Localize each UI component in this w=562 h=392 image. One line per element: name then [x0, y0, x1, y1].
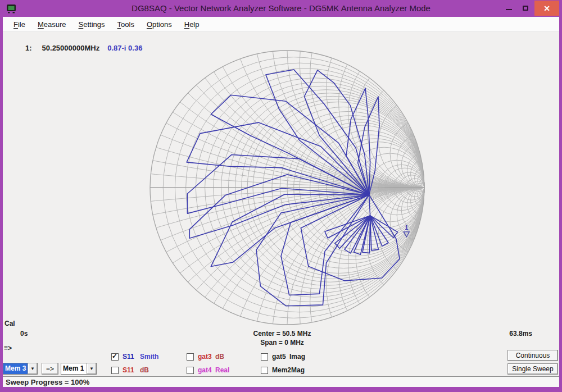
smith-chart: 1 [3, 32, 559, 376]
span-label: Span = 0 MHz [223, 338, 342, 347]
gat4-real-label-0: gat4 [198, 366, 215, 374]
cal-label: Cal [4, 320, 15, 327]
client-area: 1 1:50.25000000MHz0.87-i 0.36 Cal 0s => … [3, 32, 559, 376]
gat3-db-label-1: dB [215, 353, 224, 361]
trace-option-s11-smith: S11Smith [111, 353, 158, 361]
menu-item-settings[interactable]: Settings [72, 18, 111, 31]
sweep-time-label: 63.8ms [486, 330, 532, 338]
s11-db-checkbox[interactable] [111, 367, 119, 374]
window-title: DG8SAQ - Vector Network Analyzer Softwar… [0, 0, 562, 17]
svg-text:1: 1 [405, 224, 408, 231]
memory-target-value: Mem 1 [61, 363, 87, 374]
window-border-right [559, 0, 562, 392]
menu-item-help[interactable]: Help [178, 18, 206, 31]
minimize-button[interactable] [501, 0, 516, 16]
window-border-left [0, 0, 3, 392]
title-bar: DG8SAQ - Vector Network Analyzer Softwar… [0, 0, 562, 17]
memory-source-value: Mem 3 [3, 363, 28, 374]
trace-option-mem2mag: Mem2Mag [261, 366, 289, 374]
trace-option-gat3-db: gat3dB [187, 353, 224, 361]
gat3-db-checkbox[interactable] [187, 353, 194, 361]
gat3-db-label-0: gat3 [198, 353, 215, 361]
memory-source-combobox[interactable]: Mem 3 ▼ [3, 363, 38, 375]
status-bar: Sweep Progress = 100% [3, 376, 559, 387]
marker-complex-value: 0.87-i 0.36 [107, 44, 142, 52]
s11-smith-label-0: S11 [123, 353, 140, 361]
menu-item-tools[interactable]: Tools [111, 18, 140, 31]
mem2mag-label-0: Mem2Mag [272, 366, 289, 374]
cal-time-label: 0s [20, 330, 28, 338]
s11-smith-checkbox[interactable] [111, 353, 119, 361]
mem2mag-checkbox[interactable] [261, 367, 268, 374]
s11-db-label-1: dB [140, 366, 149, 374]
chevron-down-icon[interactable]: ▼ [87, 363, 96, 374]
marker-frequency: 50.25000000MHz [42, 44, 100, 52]
s11-smith-label-1: Smith [140, 353, 158, 361]
sweep-progress-text: Sweep Progress = 100% [3, 378, 89, 386]
app-window: DG8SAQ - Vector Network Analyzer Softwar… [0, 0, 562, 392]
s11-db-label-0: S11 [123, 366, 140, 374]
menu-item-measure[interactable]: Measure [31, 18, 72, 31]
maximize-icon [523, 6, 528, 11]
continuous-button[interactable]: Continuous [507, 350, 558, 361]
gat5-imag-label-0: gat5 [272, 353, 289, 361]
smith-grid [3, 32, 559, 376]
memory-target-combobox[interactable]: Mem 1 ▼ [61, 363, 97, 375]
menu-bar: FileMeasureSettingsToolsOptionsHelp [3, 17, 559, 32]
chevron-down-icon[interactable]: ▼ [28, 363, 37, 374]
single-sweep-button[interactable]: Single Sweep [507, 363, 558, 375]
close-icon: ✕ [543, 4, 550, 13]
minimize-icon [506, 9, 512, 10]
gat4-real-label-1: Real [215, 366, 229, 374]
gat5-imag-label-1: Imag [289, 353, 305, 361]
memory-transfer-button[interactable]: => [42, 363, 58, 375]
menu-item-file[interactable]: File [7, 18, 31, 31]
window-border-bottom [0, 387, 562, 392]
sweep-center-span: Center = 50.5 MHz Span = 0 MHz [223, 329, 342, 347]
arrow-label: => [4, 344, 12, 352]
smith-chart-svg: 1 [3, 32, 559, 376]
trace-option-gat5-imag: gat5Imag [261, 353, 305, 361]
close-button[interactable]: ✕ [534, 1, 559, 16]
menu-item-options[interactable]: Options [140, 18, 178, 31]
marker-index: 1: [25, 44, 32, 52]
trace-option-s11-db: S11dB [111, 366, 149, 374]
center-frequency-label: Center = 50.5 MHz [223, 329, 342, 338]
gat4-real-checkbox[interactable] [187, 367, 194, 374]
maximize-button[interactable] [518, 0, 533, 16]
trace-option-gat4-real: gat4Real [187, 366, 229, 374]
gat5-imag-checkbox[interactable] [261, 353, 268, 361]
marker-readout: 1:50.25000000MHz0.87-i 0.36 [25, 44, 142, 52]
